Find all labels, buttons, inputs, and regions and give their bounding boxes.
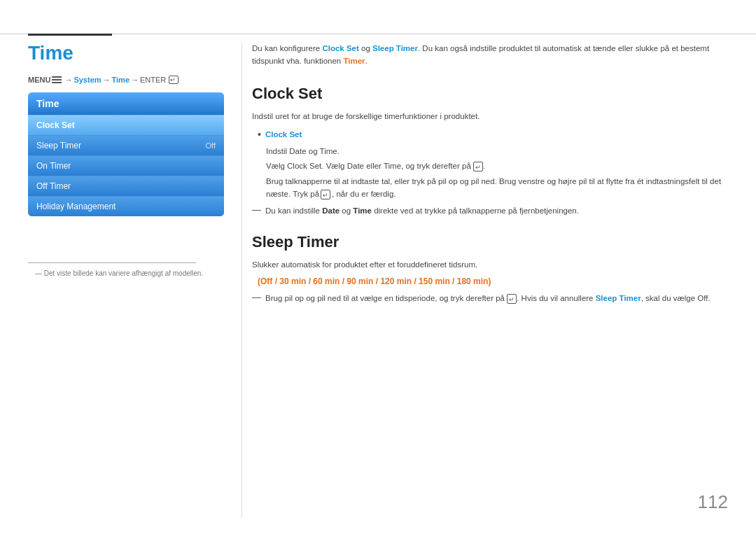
sidebar-item-holidaymgmt-label: Holiday Management bbox=[36, 202, 115, 211]
right-panel: Du kan konfigurere Clock Set og Sleep Ti… bbox=[252, 42, 728, 309]
enter-btn-3: ↵ bbox=[507, 294, 517, 304]
sidebar-item-offtimer[interactable]: Off Timer bbox=[28, 176, 224, 196]
breadcrumb-arrow1: → bbox=[64, 76, 72, 84]
sidebar-divider bbox=[28, 262, 196, 263]
sleeptimer-note: ― Brug pil op og pil ned til at vælge en… bbox=[252, 292, 728, 304]
breadcrumb: MENU → System → Time → ENTER bbox=[28, 76, 224, 84]
breadcrumb-system: System bbox=[74, 76, 101, 84]
sidebar-item-holidaymgmt[interactable]: Holiday Management bbox=[28, 196, 224, 216]
note-dash-1: ― bbox=[252, 204, 261, 215]
breadcrumb-time: Time bbox=[112, 76, 130, 84]
enter-icon bbox=[169, 76, 178, 84]
sleeptimer-note-text: Brug pil op og pil ned til at vælge en t… bbox=[265, 292, 710, 304]
sleeptimer-desc: Slukker automatisk for produktet efter e… bbox=[252, 258, 728, 271]
model-note: ― Det viste billede kan variere afhængig… bbox=[35, 269, 203, 277]
sleeptimer-options: (Off / 30 min / 60 min / 90 min / 120 mi… bbox=[258, 276, 728, 286]
sidebar-item-ontimer-label: On Timer bbox=[36, 161, 71, 171]
clockset-sub1: Indstil Date og Time. bbox=[266, 145, 728, 157]
bullet-dot: • bbox=[258, 128, 261, 142]
off-bold: Off bbox=[697, 294, 708, 302]
date-bold-note: Date bbox=[322, 206, 340, 215]
time-bold-1: Time bbox=[320, 147, 337, 155]
intro-clockset-highlight: Clock Set bbox=[322, 44, 358, 52]
sidebar-item-sleeptimer-label: Sleep Timer bbox=[36, 141, 81, 150]
sidebar-menu: Time Clock Set Sleep Timer Off On Timer … bbox=[28, 92, 224, 216]
clockset-bullet-label: Clock Set bbox=[265, 130, 302, 139]
left-panel: Time MENU → System → Time → ENTER Time C… bbox=[28, 42, 224, 216]
intro-timer-highlight: Timer bbox=[343, 57, 365, 65]
sleeptimer-section-title: Sleep Timer bbox=[252, 233, 728, 251]
breadcrumb-enter: ENTER bbox=[140, 76, 166, 84]
vertical-divider bbox=[241, 42, 242, 518]
sidebar-item-sleeptimer-value: Off bbox=[206, 141, 216, 150]
enter-btn-1: ↵ bbox=[473, 162, 483, 171]
clockset-sub2: Vælg Clock Set. Vælg Date eller Time, og… bbox=[266, 160, 728, 172]
sidebar-item-clockset-label: Clock Set bbox=[36, 120, 75, 130]
date-bold-1: Date bbox=[289, 147, 306, 155]
breadcrumb-menu: MENU bbox=[28, 76, 50, 84]
enter-btn-2: ↵ bbox=[321, 190, 330, 199]
breadcrumb-arrow3: → bbox=[131, 76, 139, 84]
clockset-bullet-content: Clock Set bbox=[265, 128, 302, 141]
note-dash-2: ― bbox=[252, 292, 261, 302]
date-bold-2: Date bbox=[347, 162, 364, 170]
sidebar-item-sleeptimer[interactable]: Sleep Timer Off bbox=[28, 135, 224, 155]
intro-text: Du kan konfigurere Clock Set og Sleep Ti… bbox=[252, 42, 728, 68]
sidebar-item-offtimer-label: Off Timer bbox=[36, 181, 71, 191]
sidebar-item-ontimer[interactable]: On Timer bbox=[28, 155, 224, 176]
clockset-desc: Indstil uret for at bruge de forskellige… bbox=[252, 110, 728, 122]
sleeptimer-section: Sleep Timer Slukker automatisk for produ… bbox=[252, 233, 728, 305]
menu-icon bbox=[52, 76, 62, 83]
left-accent-line bbox=[28, 34, 112, 36]
clockset-note: ― Du kan indstille Date og Time direkte … bbox=[252, 204, 728, 217]
clockset-section-title: Clock Set bbox=[252, 85, 728, 103]
sleeptimer-bold: Sleep Timer bbox=[596, 294, 641, 302]
clockset-bullet: • Clock Set bbox=[258, 128, 728, 142]
page-title: Time bbox=[28, 42, 224, 64]
time-bold-2: Time bbox=[384, 162, 401, 170]
clockset-bold-2: Clock Set bbox=[287, 162, 321, 170]
breadcrumb-arrow2: → bbox=[103, 76, 111, 84]
sidebar-header: Time bbox=[28, 92, 224, 115]
intro-sleeptimer-highlight: Sleep Timer bbox=[372, 44, 418, 52]
clockset-note-text: Du kan indstille Date og Time direkte ve… bbox=[265, 204, 579, 217]
clockset-sub3: Brug talknapperne til at indtaste tal, e… bbox=[266, 175, 728, 201]
page-number: 112 bbox=[698, 491, 728, 513]
time-bold-note: Time bbox=[353, 206, 372, 215]
clockset-section: Clock Set Indstil uret for at bruge de f… bbox=[252, 85, 728, 218]
top-divider-line bbox=[0, 34, 756, 34]
sidebar-item-clockset[interactable]: Clock Set bbox=[28, 115, 224, 135]
